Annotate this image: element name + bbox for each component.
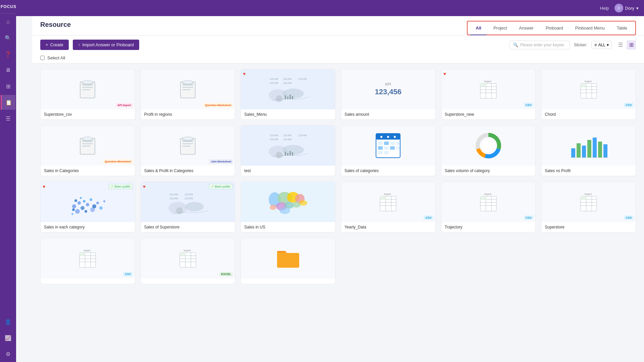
tab-table[interactable]: Table: [611, 23, 633, 33]
card-test[interactable]: 123,456 123,456 123,456 123,456 123,456: [240, 125, 335, 176]
map-svg-2: 123,456 123,456 123,456 123,456: [166, 188, 210, 216]
topbar-right: Help D Dory ▾: [600, 4, 639, 12]
user-menu[interactable]: D Dory ▾: [614, 4, 639, 12]
svg-point-106: [74, 199, 77, 202]
card-folder[interactable]: [240, 238, 335, 284]
card-chord[interactable]: Import CSV Chord: [541, 69, 636, 120]
badge-csv: CSV: [123, 272, 133, 276]
badge-excel: EXCEL: [219, 272, 233, 276]
svg-point-67: [387, 136, 389, 138]
select-all-label: Select All: [47, 55, 65, 60]
card-title: Superstore_new: [441, 109, 536, 119]
card-sales-volum[interactable]: Sales volumn of category: [441, 125, 536, 176]
grid-view-icon[interactable]: ⊞: [627, 40, 636, 50]
svg-point-102: [99, 206, 103, 210]
sidebar-item-monitor[interactable]: 🖥: [1, 63, 15, 77]
badge-api: API Import: [116, 103, 132, 107]
card-sales-vs-profit[interactable]: Sales vs Profit: [541, 125, 636, 176]
sidebar-item-resource[interactable]: 📋: [1, 95, 15, 110]
card-thumb: ♥ 123,456 123,456 123,456 123,456 123,45…: [241, 69, 335, 109]
svg-text:123,456: 123,456: [270, 82, 278, 84]
badge-csv: CSV: [524, 215, 534, 220]
sidebar-item-table[interactable]: ⊞: [1, 79, 15, 94]
card-superstore-csv[interactable]: API Import Superstore_csv: [40, 69, 135, 120]
svg-text:123,456: 123,456: [184, 197, 193, 200]
card-excel-1[interactable]: Import EXCEL: [141, 238, 235, 284]
import-icon: ↑: [78, 42, 80, 47]
card-sales-profit[interactable]: Join-Worksheet Sales & Profit in Categor…: [141, 125, 235, 176]
card-sales-us[interactable]: Sales in US: [240, 182, 335, 232]
sidebar-item-people[interactable]: 👤: [1, 314, 15, 329]
svg-rect-133: [380, 196, 386, 199]
card-thumb: Import CSV: [341, 182, 435, 222]
card-csv-1[interactable]: Import CSV: [40, 238, 135, 284]
svg-rect-149: [581, 196, 586, 199]
svg-rect-49: [182, 146, 191, 147]
user-chevron-icon: ▾: [636, 6, 639, 11]
toolbar: + Create ↑ Import Answer or Pinboard 🔍 P…: [32, 36, 644, 54]
svg-text:Import: Import: [584, 193, 591, 196]
badge-question: Question-Worksheet: [203, 103, 233, 107]
card-title: Sales vs Profit: [541, 166, 636, 176]
card-title: Chord: [541, 109, 636, 119]
badge-csv: CSV: [624, 103, 634, 107]
tab-pinboard-menu[interactable]: Pinboard Menu: [570, 23, 610, 33]
sidebar-item-search[interactable]: 🔍: [1, 31, 15, 45]
sticker-select[interactable]: ALL ▾: [591, 41, 612, 49]
sidebar: FOCUS ⌂ 🔍 ❓ 🖥 ⊞ 📋 ☰ 👤 📈 ⚙: [0, 0, 16, 362]
tab-pinboard[interactable]: Pinboard: [540, 23, 569, 33]
db-icon: [178, 136, 197, 156]
search-icon: 🔍: [513, 43, 518, 47]
create-icon: +: [46, 42, 48, 47]
svg-point-104: [90, 207, 95, 212]
card-sales-superstore[interactable]: ♥ ✓ Been public 123,456 123,456 123,456 …: [141, 182, 235, 232]
import-button[interactable]: ↑ Import Answer or Pinboard: [73, 40, 139, 50]
sticker-value: ALL: [598, 43, 605, 47]
select-all-checkbox[interactable]: [40, 56, 45, 60]
search-box[interactable]: 🔍 Please enter your keywo: [509, 41, 570, 49]
badge-join: Join-Worksheet: [209, 159, 233, 164]
tab-project[interactable]: Project: [488, 23, 512, 33]
import-table-icon: Import: [479, 192, 498, 212]
tab-answer[interactable]: Answer: [514, 23, 539, 33]
card-sales-amount[interactable]: KPI 123,456 Sales amount: [341, 69, 436, 120]
svg-text:Import: Import: [484, 80, 491, 83]
svg-text:Import: Import: [384, 193, 391, 196]
card-superstore-new[interactable]: ♥ Import CSV Superstore_new: [441, 69, 536, 120]
topbar: Help D Dory ▾: [16, 0, 644, 16]
card-superstore[interactable]: Import CSV Superstore: [541, 182, 636, 232]
svg-text:123,456: 123,456: [270, 138, 278, 141]
sidebar-item-settings[interactable]: ⚙: [1, 347, 15, 361]
search-placeholder: Please enter your keywo: [520, 43, 564, 47]
card-yearly-data[interactable]: Import CSV Yearly_Data: [341, 182, 436, 232]
svg-text:123,456: 123,456: [169, 197, 178, 200]
import-table-icon: Import: [579, 79, 598, 99]
svg-point-122: [270, 205, 276, 210]
svg-rect-84: [571, 148, 575, 158]
card-sales-of-categories[interactable]: Sales of categories: [341, 125, 436, 176]
card-title: Sales & Profit in Categories: [141, 166, 235, 176]
card-sales-menu[interactable]: ♥ 123,456 123,456 123,456 123,456 123,45…: [240, 69, 335, 120]
list-view-icon[interactable]: ☰: [616, 40, 625, 50]
card-sales-each-category[interactable]: ♥ ✓ Been public: [40, 182, 135, 232]
svg-rect-76: [396, 146, 399, 150]
svg-rect-89: [598, 142, 602, 158]
svg-text:123,456: 123,456: [169, 193, 178, 196]
db-icon: [78, 136, 97, 156]
svg-point-103: [85, 210, 87, 213]
help-link[interactable]: Help: [600, 6, 609, 11]
tab-all[interactable]: All: [470, 23, 487, 33]
create-button[interactable]: + Create: [40, 40, 69, 50]
sidebar-item-home[interactable]: ⌂: [1, 14, 15, 29]
card-sales-categories[interactable]: Question-Worksheet Sales in Categories: [40, 125, 135, 176]
sidebar-item-help[interactable]: ❓: [1, 47, 15, 61]
svg-rect-70: [384, 142, 389, 145]
svg-rect-31: [480, 84, 486, 87]
card-trajectory[interactable]: Import CSV Trajectory: [441, 182, 536, 232]
sidebar-item-analytics[interactable]: 📈: [1, 330, 15, 345]
card-title: Sales of Superstore: [141, 222, 235, 232]
svg-point-108: [71, 213, 73, 215]
sidebar-item-list[interactable]: ☰: [1, 111, 15, 126]
svg-text:123,456: 123,456: [283, 138, 291, 141]
card-profit-regions[interactable]: Question-Worksheet Profit in regions: [141, 69, 235, 120]
